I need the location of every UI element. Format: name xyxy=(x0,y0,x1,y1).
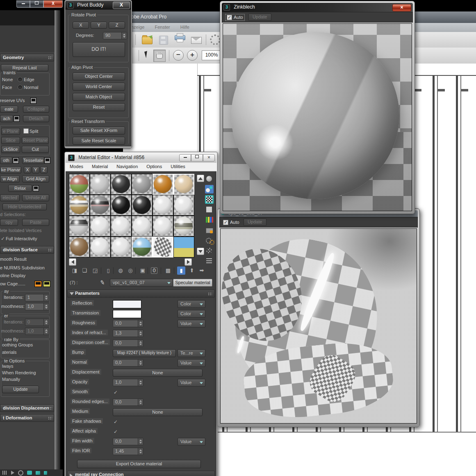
tessellate-settings-button[interactable] xyxy=(44,157,50,164)
attach-list-button[interactable] xyxy=(14,116,20,122)
opacity-field[interactable]: 1,0 xyxy=(113,379,143,386)
viewport-layout-icon[interactable] xyxy=(27,471,32,475)
zoom-in-icon[interactable]: + xyxy=(187,50,198,61)
opacity-mode-dropdown[interactable]: Value xyxy=(178,379,205,387)
affect-alpha-checkbox[interactable]: ✓ xyxy=(114,429,118,435)
menu-anzeige[interactable]: nzeige xyxy=(131,25,144,30)
when-rendering-label[interactable]: When Rendering xyxy=(2,370,36,375)
time-next-icon[interactable] xyxy=(11,471,14,475)
spinner[interactable] xyxy=(138,340,143,346)
roughness-mode-dropdown[interactable]: Value xyxy=(178,320,205,328)
menu-fenster[interactable]: Fenster xyxy=(155,25,170,30)
restore-button[interactable] xyxy=(30,0,43,8)
do-it-button[interactable]: DO IT! xyxy=(73,42,125,57)
close-button[interactable]: × xyxy=(203,154,215,162)
isoline-label[interactable]: oline Display xyxy=(0,273,25,278)
msmooth-settings-button[interactable] xyxy=(13,157,19,164)
spinner[interactable] xyxy=(138,330,143,337)
rotate-y-button[interactable]: Y xyxy=(91,22,107,29)
spinner[interactable] xyxy=(43,319,49,326)
material-type-button[interactable]: Specular material xyxy=(173,279,212,287)
rollout-parameters[interactable]: Parameters xyxy=(67,289,215,298)
constraint-edge-radio[interactable] xyxy=(18,77,23,82)
material-swatch[interactable] xyxy=(173,195,194,216)
restore-button[interactable] xyxy=(191,154,203,162)
cage-color-b[interactable] xyxy=(43,281,50,287)
hide-selected-button[interactable]: elected xyxy=(0,194,20,201)
update-button[interactable]: Update xyxy=(244,219,266,226)
material-swatch[interactable] xyxy=(132,216,153,237)
material-swatch[interactable] xyxy=(111,195,132,216)
menu-options[interactable]: Options xyxy=(146,164,162,169)
full-interactivity-check[interactable]: ✓ xyxy=(1,236,5,241)
relax-button[interactable]: Relax xyxy=(8,185,32,192)
export-octane-button[interactable]: Export Octane material xyxy=(77,460,201,468)
video-color-check-icon[interactable] xyxy=(205,216,214,224)
assign-material-to-selection-icon[interactable]: ◲ xyxy=(91,266,99,275)
email-icon[interactable] xyxy=(191,37,202,44)
manually-label[interactable]: Manually xyxy=(2,377,20,382)
material-swatch[interactable] xyxy=(111,216,132,237)
selection-lock-icon[interactable] xyxy=(44,471,47,475)
relax-settings-button[interactable] xyxy=(33,185,39,191)
cage-color-a[interactable] xyxy=(34,281,42,287)
safe-reset-scale-button[interactable]: Safe Reset Scale xyxy=(73,137,125,145)
collapse-button[interactable]: Collapse xyxy=(23,106,49,113)
degrees-field[interactable]: 90 xyxy=(103,32,127,39)
spinner[interactable] xyxy=(121,32,127,39)
go-to-parent-icon[interactable]: ⬆ xyxy=(188,266,196,275)
planar-x-button[interactable]: X xyxy=(24,166,31,173)
spinner[interactable] xyxy=(43,303,49,310)
material-swatch[interactable] xyxy=(153,195,173,216)
auto-checkbox[interactable]: ✓ xyxy=(227,15,232,20)
world-center-button[interactable]: World Center xyxy=(73,83,125,91)
constraint-normal-radio[interactable] xyxy=(18,85,23,90)
material-id-channel-icon[interactable]: 0 xyxy=(151,267,157,274)
zoom-region-icon[interactable] xyxy=(18,470,23,476)
background-icon[interactable] xyxy=(205,195,214,204)
dispersion-field[interactable]: 0,0 xyxy=(113,339,143,347)
view-align-button[interactable]: w Align xyxy=(0,175,20,182)
spinner[interactable] xyxy=(138,360,143,366)
make-preview-icon[interactable] xyxy=(205,226,214,235)
bump-map-button[interactable]: Map #2247 ( Multiply texture ) xyxy=(113,349,176,357)
rollout-edit-geometry[interactable]: Geometry xyxy=(0,54,54,61)
spinner[interactable] xyxy=(43,294,49,301)
swatch-scroll-down[interactable] xyxy=(197,248,204,255)
rollout-subdivision-displacement[interactable]: division Displacemen xyxy=(0,404,54,412)
constraint-normal-label[interactable]: Normal xyxy=(24,85,38,90)
smooth-result-label[interactable]: mooth Result xyxy=(0,257,27,262)
save-icon[interactable] xyxy=(159,36,168,45)
pick-material-eyedropper-icon[interactable]: ✎ xyxy=(100,279,105,286)
material-swatch[interactable] xyxy=(90,174,111,195)
film-width-field[interactable]: 0,0 xyxy=(113,438,143,445)
open-icon[interactable] xyxy=(142,36,153,44)
transmission-color-swatch[interactable] xyxy=(113,310,141,318)
close-button[interactable]: × xyxy=(392,4,411,11)
material-swatch[interactable] xyxy=(69,195,90,216)
constraint-edge-label[interactable]: Edge xyxy=(24,77,34,82)
put-to-library-icon[interactable]: ▣ xyxy=(139,266,147,275)
msmooth-button[interactable]: oth xyxy=(0,157,12,164)
gear-icon[interactable] xyxy=(210,34,221,45)
select-by-material-icon[interactable] xyxy=(205,246,214,255)
material-swatch[interactable] xyxy=(69,237,90,257)
smoothing-groups-label[interactable]: oothing Groups xyxy=(2,342,33,347)
nurms-label[interactable]: e NURMS Subdivision xyxy=(0,265,45,270)
make-planar-button[interactable]: ke Planar xyxy=(0,166,21,173)
time-prev-icon[interactable] xyxy=(2,471,7,475)
roughness-field[interactable]: 0,0 xyxy=(113,320,143,327)
preserve-uvs-label[interactable]: reserve UVs xyxy=(0,98,25,103)
render-iterations-field[interactable]: 0 xyxy=(25,319,49,326)
reflection-color-swatch[interactable] xyxy=(113,300,141,308)
material-swatch[interactable] xyxy=(153,216,173,237)
material-swatch[interactable] xyxy=(132,174,153,195)
full-interactivity-label[interactable]: Full Interactivity xyxy=(6,236,37,241)
material-swatch[interactable] xyxy=(90,237,111,257)
material-swatch[interactable] xyxy=(173,237,194,257)
rotate-z-button[interactable]: Z xyxy=(109,22,125,29)
preserve-uvs-settings-button[interactable] xyxy=(30,98,36,104)
always-label[interactable]: lways xyxy=(2,364,14,369)
make-unique-icon[interactable]: ◎ xyxy=(126,266,134,275)
material-swatch[interactable] xyxy=(90,195,111,216)
